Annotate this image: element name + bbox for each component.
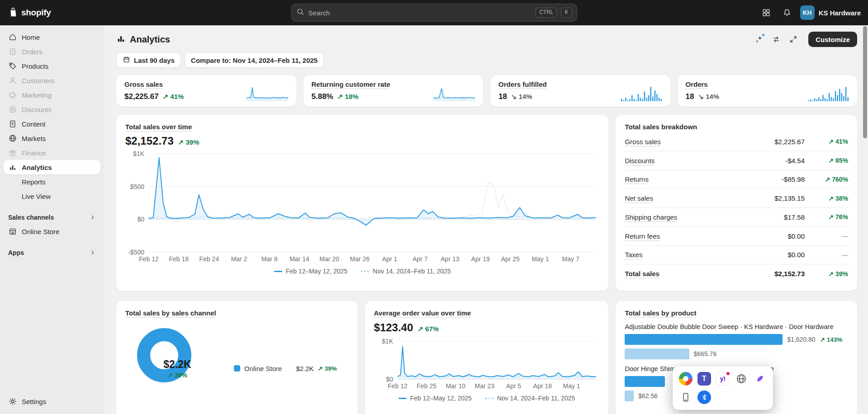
teams-app-icon[interactable]: T (697, 372, 711, 386)
discounts-percent-icon (8, 105, 17, 114)
returning-rate-sparkline (433, 84, 475, 101)
svg-text:$500: $500 (130, 183, 144, 190)
scrollbar-thumb[interactable] (863, 26, 867, 138)
svg-text:Mar 20: Mar 20 (319, 255, 339, 263)
breakdown-label[interactable]: Total sales (625, 270, 659, 278)
purple-feather-icon[interactable] (753, 372, 767, 386)
total-sales-delta: ↗ 39% (178, 138, 199, 146)
sidebar-item-analytics[interactable]: Analytics (4, 160, 100, 174)
breakdown-label[interactable]: Taxes (625, 251, 642, 259)
cycle-arrows-icon[interactable] (768, 32, 784, 47)
sidebar-item-label: Customers (22, 77, 55, 85)
aov-value: $123.40 (374, 321, 413, 334)
sidebar-item-content[interactable]: Content (4, 117, 100, 131)
marketing-megaphone-icon (8, 90, 17, 99)
card-title[interactable]: Total sales by sales channel (125, 309, 216, 317)
apps-menu-icon[interactable] (759, 5, 774, 20)
chevron-right-icon (90, 249, 96, 256)
legend-dash-sample (485, 398, 493, 399)
product-row-door-sweep: Adjustable Double Bubble Door Sweep · KS… (625, 323, 848, 359)
analytics-bars-icon (8, 163, 17, 172)
breakdown-delta: — (809, 232, 848, 240)
shopify-logo[interactable]: shopify (7, 6, 51, 19)
sidebar-item-customers[interactable]: Customers (4, 73, 100, 88)
sales-channels-section[interactable]: Sales channels (4, 211, 100, 224)
kpi-title[interactable]: Orders fulfilled (498, 80, 547, 88)
svg-text:-$500: -$500 (128, 249, 144, 256)
sidebar-item-reports[interactable]: Reports (4, 174, 100, 189)
sidebar-item-orders[interactable]: Orders (4, 44, 100, 59)
legend-line-sample (398, 398, 407, 399)
breakdown-label[interactable]: Discounts (625, 157, 655, 165)
bar-value: $665.76 (694, 350, 717, 358)
search-input[interactable] (308, 9, 532, 17)
store-name: KS Hardware (819, 9, 861, 17)
kpi-title[interactable]: Gross sales (124, 80, 184, 88)
sidebar-item-finance[interactable]: Finance (4, 146, 100, 160)
sidebar-item-online-store[interactable]: Online Store (4, 224, 100, 239)
notifications-bell-icon[interactable] (779, 5, 795, 20)
svg-text:Mar 8: Mar 8 (261, 255, 278, 263)
svg-text:Mar 23: Mar 23 (474, 382, 494, 390)
settings-gear-icon (8, 397, 17, 406)
sidebar-item-home[interactable]: Home (4, 30, 100, 44)
kpi-title[interactable]: Returning customer rate (312, 80, 390, 88)
apps-section[interactable]: Apps (4, 246, 100, 259)
sidebar-item-products[interactable]: Products (4, 59, 100, 73)
breakdown-row-gross-sales: Gross sales $2,225.67 ↗ 41% (625, 132, 848, 151)
orders-fulfilled-sparkline (621, 84, 662, 101)
sidebar-item-settings[interactable]: Settings (4, 394, 100, 409)
kpi-value: 18 (498, 92, 507, 101)
sidebar-item-label: Marketing (22, 91, 52, 99)
sidebar-item-markets[interactable]: Markets (4, 131, 100, 146)
products-tag-icon (8, 61, 17, 71)
sparkle-icon[interactable] (751, 32, 767, 47)
kpi-card-returning-customer-rate: Returning customer rate 5.88% ↗ 18% (304, 75, 484, 107)
breakdown-label[interactable]: Returns (625, 175, 649, 183)
fullscreen-expand-icon[interactable] (786, 32, 801, 47)
chat-app-icon[interactable] (679, 372, 693, 386)
legend-previous-period: Nov 14, 2024–Feb 11, 2025 (485, 395, 575, 402)
breakdown-label[interactable]: Return fees (625, 232, 660, 240)
main-content: Analytics Customize Last 90 days (104, 25, 868, 414)
donut-value: $2.2K (163, 358, 191, 371)
svg-text:Apr 1: Apr 1 (382, 255, 398, 263)
sidebar-item-label: Home (22, 33, 40, 41)
breakdown-row-discounts: Discounts -$4.54 ↗ 85% (625, 151, 848, 170)
search-icon (296, 8, 304, 18)
legend-current-period: Feb 12–May 12, 2025 (398, 395, 472, 402)
card-title[interactable]: Average order value over time (374, 309, 471, 317)
sidebar-item-label: Products (22, 62, 48, 70)
breakdown-row-taxes: Taxes $0.00 — (625, 246, 848, 265)
phone-icon[interactable] (679, 390, 693, 404)
account-menu[interactable]: KH KS Hardware (800, 5, 861, 20)
card-title[interactable]: Total sales by product (625, 309, 696, 317)
breakdown-delta: ↗ 38% (809, 195, 848, 202)
finance-bank-icon (8, 148, 17, 157)
notification-dot (761, 33, 765, 37)
date-range-button[interactable]: Last 90 days (116, 52, 181, 68)
sales-channels-label: Sales channels (8, 214, 54, 221)
breakdown-label[interactable]: Net sales (625, 194, 653, 202)
kpi-delta: ↗ 41% (163, 93, 184, 101)
breakdown-label[interactable]: Gross sales (625, 138, 660, 146)
card-title[interactable]: Total sales over time (125, 123, 599, 131)
breakdown-label[interactable]: Shipping charges (625, 213, 677, 221)
system-apps-popup: T y! (673, 366, 773, 410)
sidebar-item-discounts[interactable]: Discounts (4, 102, 100, 117)
yahoo-app-icon[interactable]: y! (716, 372, 730, 386)
search-bar[interactable]: CTRL K (291, 4, 577, 22)
markets-globe-icon (8, 134, 17, 143)
compare-button[interactable]: Compare to: Nov 14, 2024–Feb 11, 2025 (185, 52, 324, 68)
bluetooth-icon[interactable] (697, 390, 711, 404)
sidebar-item-live-view[interactable]: Live View (4, 189, 100, 203)
sidebar-item-marketing[interactable]: Marketing (4, 88, 100, 102)
kpi-title[interactable]: Orders (686, 80, 720, 88)
page-title: Analytics (130, 34, 170, 45)
customize-button[interactable]: Customize (808, 32, 857, 47)
svg-text:Apr 19: Apr 19 (471, 255, 489, 263)
chevron-right-icon (90, 214, 96, 221)
shortcut-k-key: K (561, 8, 572, 18)
globe-app-icon[interactable] (735, 372, 748, 386)
bar-delta: ↗ 143% (820, 336, 843, 343)
